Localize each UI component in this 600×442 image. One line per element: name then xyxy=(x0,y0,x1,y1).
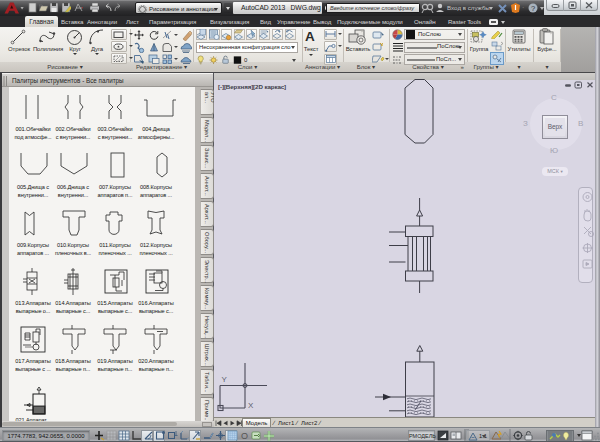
svg-text:O: O xyxy=(241,431,248,441)
svg-text:Y: Y xyxy=(222,375,228,384)
svg-text:X: X xyxy=(248,401,254,410)
svg-text:?: ? xyxy=(531,4,535,13)
svg-text:0: 0 xyxy=(244,57,248,63)
